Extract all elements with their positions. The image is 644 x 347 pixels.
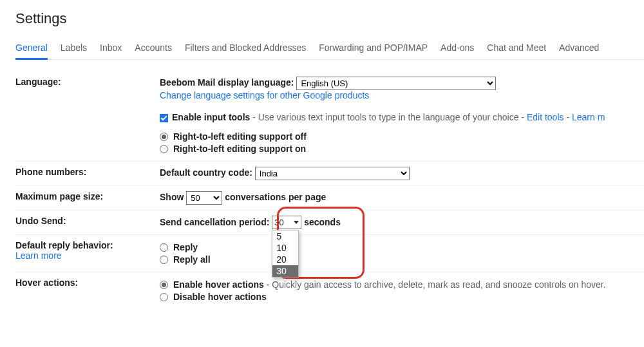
undo-send-option-20[interactable]: 20 bbox=[272, 254, 298, 265]
page-title: Settings bbox=[15, 10, 644, 27]
undo-send-select[interactable]: 30 bbox=[272, 216, 301, 229]
tab-advanced[interactable]: Advanced bbox=[559, 39, 599, 59]
undo-send-value: 30 bbox=[274, 218, 283, 227]
enable-input-tools-checkbox[interactable] bbox=[160, 114, 168, 122]
display-language-label: Beebom Mail display language: bbox=[160, 77, 294, 88]
change-language-link[interactable]: Change language settings for other Googl… bbox=[160, 90, 369, 100]
tab-labels[interactable]: Labels bbox=[61, 39, 87, 59]
disable-hover-label: Disable hover actions bbox=[173, 292, 267, 302]
reply-label: Reply bbox=[173, 242, 198, 252]
rtl-on-radio[interactable] bbox=[160, 145, 168, 153]
reply-radio[interactable] bbox=[160, 243, 168, 252]
undo-send-suffix: seconds bbox=[304, 217, 341, 227]
enable-hover-radio[interactable] bbox=[160, 281, 168, 289]
reply-all-radio[interactable] bbox=[160, 256, 168, 264]
undo-send-prefix: Send cancellation period: bbox=[160, 217, 269, 227]
reply-learn-more-link[interactable]: Learn more bbox=[15, 250, 62, 261]
hover-actions-label: Hover actions: bbox=[15, 277, 160, 288]
default-reply-label: Default reply behavior: Learn more bbox=[15, 240, 160, 261]
display-language-select[interactable]: English (US) bbox=[296, 77, 496, 90]
tab-filters[interactable]: Filters and Blocked Addresses bbox=[185, 39, 306, 59]
reply-all-label: Reply all bbox=[173, 254, 211, 265]
tab-inbox[interactable]: Inbox bbox=[100, 39, 122, 59]
rtl-off-radio[interactable] bbox=[160, 133, 168, 141]
undo-send-label: Undo Send: bbox=[15, 216, 160, 226]
learn-more-link[interactable]: Learn m bbox=[572, 112, 605, 122]
enable-input-tools-label: Enable input tools bbox=[172, 112, 250, 122]
disable-hover-radio[interactable] bbox=[160, 293, 168, 301]
undo-send-option-5[interactable]: 5 bbox=[272, 230, 298, 242]
page-size-select[interactable]: 50 bbox=[186, 191, 222, 205]
undo-send-option-30[interactable]: 30 bbox=[272, 265, 298, 277]
rtl-on-label: Right-to-left editing support on bbox=[173, 144, 306, 154]
tab-accounts[interactable]: Accounts bbox=[135, 39, 172, 59]
page-size-suffix: conversations per page bbox=[225, 192, 326, 202]
tab-chat[interactable]: Chat and Meet bbox=[487, 39, 546, 59]
default-country-code-label: Default country code: bbox=[160, 167, 252, 178]
settings-tabs: General Labels Inbox Accounts Filters an… bbox=[15, 39, 644, 60]
maximum-page-size-label: Maximum page size: bbox=[15, 191, 160, 202]
phone-numbers-label: Phone numbers: bbox=[15, 167, 160, 177]
tab-addons[interactable]: Add-ons bbox=[440, 39, 474, 59]
tab-general[interactable]: General bbox=[15, 39, 48, 60]
chevron-down-icon bbox=[294, 221, 299, 224]
edit-tools-link[interactable]: Edit tools bbox=[527, 112, 564, 122]
enable-input-tools-desc: - Use various text input tools to type i… bbox=[250, 112, 527, 122]
undo-send-option-10[interactable]: 10 bbox=[272, 242, 298, 254]
enable-hover-label: Enable hover actions bbox=[173, 279, 264, 290]
default-country-code-select[interactable]: India bbox=[255, 167, 410, 180]
enable-hover-desc: - Quickly gain access to archive, delete… bbox=[264, 279, 606, 290]
page-size-show: Show bbox=[160, 192, 184, 202]
rtl-off-label: Right-to-left editing support off bbox=[173, 131, 307, 142]
undo-send-dropdown: 5 10 20 30 bbox=[272, 230, 299, 277]
tab-forwarding[interactable]: Forwarding and POP/IMAP bbox=[319, 39, 428, 59]
language-label: Language: bbox=[15, 77, 160, 87]
